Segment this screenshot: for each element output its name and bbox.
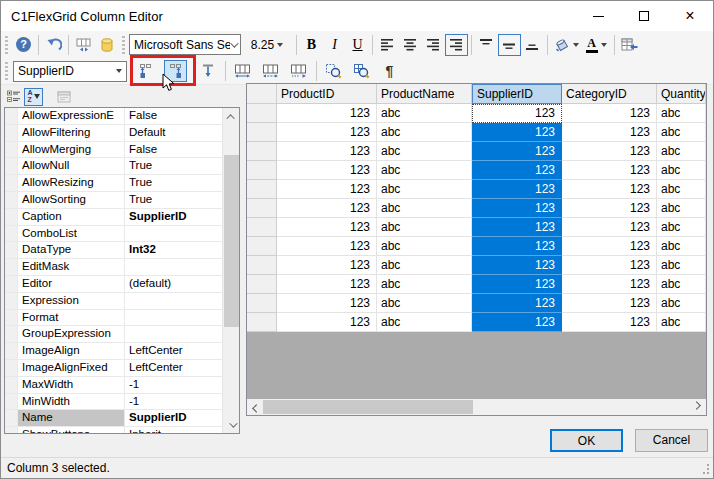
row-header-cell[interactable] [247,104,277,123]
categorized-view-button[interactable] [4,88,23,106]
property-row[interactable]: AllowResizingTrue [5,175,223,192]
grid-cell[interactable]: 123 [562,161,657,180]
formatting-marks-button[interactable]: ¶ [378,60,401,82]
row-header-cell[interactable] [247,256,277,275]
property-row[interactable]: Format [5,310,223,327]
property-value[interactable]: False [125,108,223,124]
underline-button[interactable]: U [346,34,369,56]
property-value[interactable]: LeftCenter [125,360,223,376]
move-column-left-button[interactable] [134,60,157,82]
grid-cell[interactable]: 123 [562,313,657,332]
font-name-combo[interactable]: Microsoft Sans Ser [129,34,241,55]
row-header-cell[interactable] [247,123,277,142]
property-value[interactable]: (default) [125,276,223,292]
scrollbar-thumb[interactable] [263,400,473,414]
size-all-columns-button[interactable] [259,60,282,82]
close-button[interactable]: × [667,1,713,31]
move-column-right-button[interactable] [164,60,187,82]
grid-cell[interactable]: abc [657,104,706,123]
grid-cell[interactable]: 123 [562,180,657,199]
align-center-button[interactable] [399,34,422,56]
grid-cell[interactable]: abc [657,275,706,294]
align-left-button[interactable] [376,34,399,56]
valign-center-button[interactable] [498,34,521,56]
insert-column-button[interactable] [618,34,641,56]
property-row[interactable]: AllowNullTrue [5,158,223,175]
grid-cell[interactable]: abc [377,294,472,313]
property-row[interactable]: ImageAlignLeftCenter [5,343,223,360]
property-value[interactable] [125,259,223,275]
title-bar[interactable]: C1FlexGrid Column Editor × [1,1,713,31]
property-grid-scrollbar[interactable] [222,108,239,433]
grid-cell[interactable]: 123 [277,142,377,161]
size-selected-columns-button[interactable] [287,60,310,82]
grid-cell[interactable]: 123 [472,161,562,180]
grid-cell[interactable]: 123 [472,199,562,218]
autosize-columns-button[interactable] [72,34,95,56]
grid-cell[interactable]: 123 [562,123,657,142]
grid-corner-cell[interactable] [247,84,277,104]
property-row[interactable]: NameSupplierID [5,410,223,427]
font-size-combo[interactable]: 8.25 [241,34,293,56]
grid-cell[interactable]: abc [377,199,472,218]
grid-cell[interactable]: 123 [472,142,562,161]
scroll-right-button[interactable] [690,399,706,415]
grid-cell[interactable]: abc [377,275,472,294]
grid-cell[interactable]: abc [657,180,706,199]
grid-cell[interactable]: abc [657,123,706,142]
row-header-cell[interactable] [247,218,277,237]
grid-cell[interactable]: 123 [277,218,377,237]
property-value[interactable]: True [125,158,223,174]
grid-cell[interactable]: 123 [562,218,657,237]
property-row[interactable]: ShowButtonsInherit [5,427,223,434]
property-row[interactable]: AllowSortingTrue [5,192,223,209]
grid-cell[interactable]: 123 [277,313,377,332]
grid-cell[interactable]: abc [377,237,472,256]
column-header-quantityper[interactable]: QuantityPer [657,84,706,104]
grid-cell[interactable]: 123 [562,142,657,161]
row-header-cell[interactable] [247,142,277,161]
alphabetical-sort-button[interactable]: A Z [24,88,43,106]
property-value[interactable]: True [125,192,223,208]
grid-cell[interactable]: abc [657,142,706,161]
property-row[interactable]: MinWidth-1 [5,394,223,411]
property-row[interactable]: AllowFilteringDefault [5,125,223,142]
property-row[interactable]: ComboList [5,226,223,243]
preview-grid-button[interactable] [350,60,373,82]
grid-cell[interactable]: abc [657,294,706,313]
fill-color-button[interactable] [551,34,581,56]
property-value[interactable] [125,326,223,342]
property-value[interactable]: SupplierID [125,410,223,426]
toolbar-grip[interactable] [122,36,125,54]
property-value[interactable] [125,226,223,242]
grid-cell[interactable]: 123 [277,237,377,256]
property-row[interactable]: GroupExpression [5,326,223,343]
grid-cell[interactable]: 123 [562,104,657,123]
property-row[interactable]: AllowMergingFalse [5,142,223,159]
property-row[interactable]: DataTypeInt32 [5,242,223,259]
grid-cell[interactable]: abc [377,218,472,237]
grid-cell[interactable]: 123 [562,237,657,256]
property-row[interactable]: ImageAlignFixedLeftCenter [5,360,223,377]
row-header-cell[interactable] [247,313,277,332]
database-button[interactable] [95,34,118,56]
scroll-down-button[interactable] [223,416,240,433]
grid-cell[interactable]: 123 [277,161,377,180]
grid-cell[interactable]: 123 [277,104,377,123]
grid-cell[interactable]: 123 [562,275,657,294]
align-general-button[interactable] [445,34,468,56]
grid-cell[interactable]: 123 [277,123,377,142]
grid-cell[interactable]: abc [657,237,706,256]
ok-button[interactable]: OK [550,429,623,452]
property-value[interactable]: False [125,142,223,158]
property-row[interactable]: AllowExpressionEFalse [5,108,223,125]
row-header-cell[interactable] [247,199,277,218]
column-header-productname[interactable]: ProductName [377,84,472,104]
grid-cell[interactable]: 123 [562,256,657,275]
grid-cell[interactable]: abc [657,199,706,218]
grid-cell[interactable]: abc [657,313,706,332]
freeze-column-button[interactable] [196,60,219,82]
grid-cell[interactable]: 123 [472,313,562,332]
property-row[interactable]: Editor(default) [5,276,223,293]
grid-cell[interactable]: abc [657,161,706,180]
